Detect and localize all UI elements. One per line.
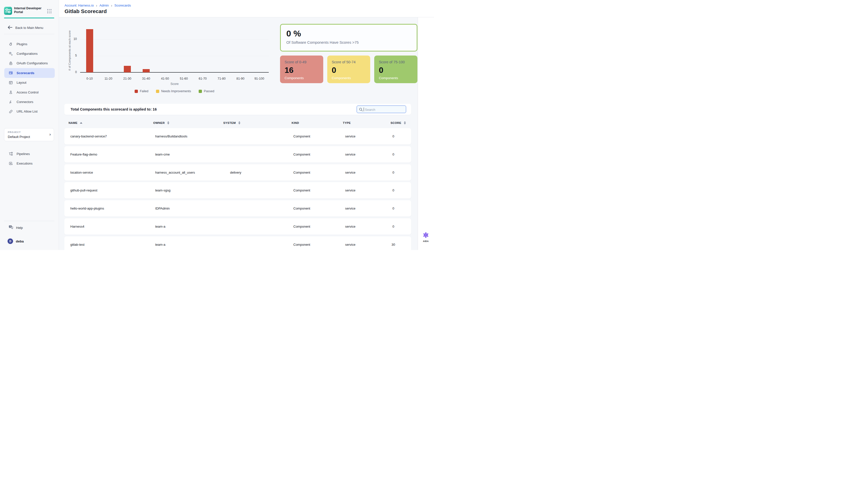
avatar: D — [7, 238, 14, 245]
sidebar-item-configurations[interactable]: ⚙⚙Configurations — [0, 49, 59, 58]
sidebar-item-connectors[interactable]: Connectors — [0, 97, 59, 106]
column-header-label: KIND — [292, 121, 299, 124]
x-axis-label: Score — [149, 82, 200, 86]
column-header-owner[interactable]: OWNER — [153, 120, 169, 126]
table-row-gitlab-test[interactable]: gitlab-testteam-aComponentservice30 — [64, 236, 411, 250]
cell-name: canary-backend-service7 — [70, 128, 107, 145]
cell-type: service — [345, 200, 355, 217]
score-range-label: Score of 50-74 — [332, 60, 356, 64]
sort-ascending-icon — [80, 122, 82, 124]
column-header-system[interactable]: SYSTEM — [223, 120, 240, 126]
apps-grid-icon[interactable] — [47, 9, 51, 13]
aida-widget[interactable]: AIDA — [418, 232, 434, 242]
sidebar-item-label: Scorecards — [16, 71, 34, 75]
project-label: PROJECT — [8, 130, 21, 134]
table-row-github-pull-request[interactable]: github-pull-requestteam-sgsgComponentser… — [64, 182, 411, 198]
idp-logo-icon — [4, 7, 12, 15]
legend-swatch — [199, 90, 202, 93]
arrow-left-icon — [8, 25, 13, 30]
sidebar-item-pipelines[interactable]: Pipelines — [0, 149, 59, 159]
score-range-card-1: Score of 50-74 0 Components — [327, 56, 370, 83]
sidebar-item-plugins[interactable]: Plugins — [0, 39, 59, 49]
breadcrumb-link[interactable]: Admin — [100, 3, 109, 7]
cell-kind: Component — [293, 200, 310, 217]
x-axis-line — [80, 72, 269, 72]
search-input[interactable] — [357, 105, 406, 113]
sidebar-item-oauth-configurations[interactable]: OAuth Configurations — [0, 58, 59, 68]
table-row-Harness4[interactable]: Harness4team-aComponentservice0 — [64, 218, 411, 235]
back-to-main-menu-button[interactable]: Back to Main Menu — [8, 25, 43, 31]
page-title: Gitlab Scorecard — [65, 8, 107, 14]
column-header-label: NAME — [69, 121, 77, 124]
sidebar-item-executions[interactable]: Executions — [0, 159, 59, 168]
person-icon — [9, 90, 13, 94]
cell-owner: harness/Buildandtools — [155, 128, 187, 145]
x-tick-label: 21-30 — [118, 77, 136, 80]
sidebar-item-url-allow-list[interactable]: URL Allow List — [0, 107, 59, 116]
cell-type: service — [345, 128, 355, 145]
sidebar-item-access-control[interactable]: Access Control — [0, 88, 59, 97]
sidebar-item-layout[interactable]: Layout — [0, 78, 59, 88]
divider — [4, 221, 54, 221]
x-tick-label: 81-90 — [231, 77, 250, 80]
y-tick-label: 10 — [67, 37, 77, 41]
y-axis-label: # of Components at each score — [68, 15, 71, 86]
right-gutter — [418, 17, 434, 250]
cell-name: Harness4 — [70, 218, 84, 235]
cell-owner: IDPAdmin — [155, 200, 170, 217]
back-to-main-menu-label: Back to Main Menu — [15, 26, 43, 30]
search-field[interactable] — [364, 106, 404, 113]
sidebar-item-scorecards[interactable]: Scorecards — [4, 68, 55, 78]
help-button[interactable]: ? Help — [9, 225, 23, 230]
table-row-location-service[interactable]: location-serviceharness_account_all_user… — [64, 164, 411, 181]
score-range-card-2: Score of 75-100 0 Components — [374, 56, 417, 83]
x-tick-label: 31-40 — [137, 77, 155, 80]
table-row-canary-backend-service7[interactable]: canary-backend-service7harness/Buildandt… — [64, 128, 411, 145]
cell-owner: team-a — [155, 218, 165, 235]
total-components-label: Total Components this scorecard is appli… — [71, 104, 157, 115]
breadcrumb: Account: Harness.io›Admin›Scorecards — [65, 3, 131, 8]
user-menu[interactable]: D deba — [7, 238, 24, 245]
sidebar-item-label: Connectors — [16, 100, 33, 104]
column-header-name[interactable]: NAME — [69, 120, 82, 126]
score-range-caption: Components — [379, 76, 398, 80]
bar-21-30 — [124, 66, 131, 72]
chevron-right-icon: › — [49, 132, 51, 137]
score-range-value: 16 — [285, 66, 293, 75]
breadcrumb-link[interactable]: Scorecards — [115, 3, 131, 7]
legend-label: Needs Improvements — [161, 89, 191, 93]
y-tick-label: 0 — [67, 70, 77, 74]
column-header-score[interactable]: SCORE — [391, 120, 406, 126]
cell-name: hello-world-app-plugins — [70, 200, 104, 217]
cell-type: service — [345, 182, 355, 198]
score-range-label: Score of 75-100 — [379, 60, 405, 64]
cell-kind: Component — [293, 236, 310, 250]
x-tick-label: 61-70 — [194, 77, 212, 80]
project-selector[interactable]: PROJECT Default Project › — [4, 128, 54, 141]
cell-score: 30 — [388, 236, 398, 250]
cell-score: 0 — [388, 218, 398, 235]
cell-name: Feature-flag-demo — [70, 146, 97, 162]
table-toolbar: Total Components this scorecard is appli… — [64, 104, 411, 115]
legend-item: Failed — [135, 89, 148, 93]
sidebar-nav: Plugins⚙⚙ConfigurationsOAuth Configurati… — [0, 39, 59, 116]
cell-kind: Component — [293, 146, 310, 162]
scores-above-75-value: 0 % — [286, 29, 301, 38]
cell-name: location-service — [70, 164, 93, 181]
gridline — [80, 56, 269, 56]
cell-kind: Component — [293, 128, 310, 145]
scorecard-icon — [9, 71, 13, 75]
breadcrumb-link[interactable]: Account: Harness.io — [65, 3, 94, 7]
column-header-label: SCORE — [391, 121, 401, 124]
sidebar-item-label: Access Control — [16, 90, 38, 94]
table-row-Feature-flag-demo[interactable]: Feature-flag-demoteam-cmeComponentservic… — [64, 146, 411, 162]
legend-item: Needs Improvements — [156, 89, 191, 93]
sort-icon — [404, 121, 406, 125]
column-header-label: TYPE — [343, 121, 351, 124]
legend-item: Passed — [199, 89, 215, 93]
lock-icon — [9, 61, 13, 66]
sidebar-item-label: Plugins — [16, 42, 27, 46]
executions-icon — [9, 161, 13, 166]
sidebar-bottom-nav: PipelinesExecutions — [0, 149, 59, 168]
table-row-hello-world-app-plugins[interactable]: hello-world-app-pluginsIDPAdminComponent… — [64, 200, 411, 217]
